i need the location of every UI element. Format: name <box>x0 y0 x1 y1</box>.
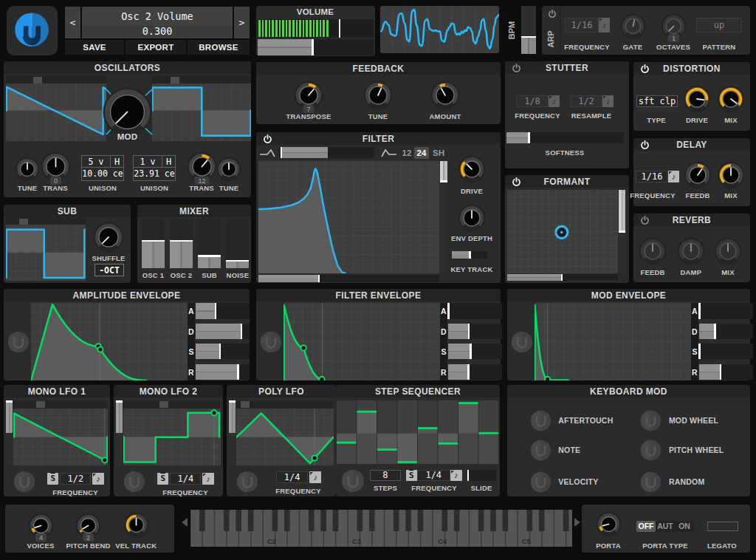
osc1-waveform-display[interactable] <box>6 83 106 141</box>
poly-lfo-frequency-note-button[interactable]: ♪ <box>309 471 321 483</box>
feedback-tune-knob[interactable] <box>362 80 394 117</box>
mixer-slider-3[interactable] <box>226 219 249 268</box>
step-sequencer-sync-button[interactable]: S <box>406 470 417 481</box>
osc2-trans-knob[interactable]: 12 <box>186 151 218 188</box>
reverb-mix-knob[interactable] <box>713 236 743 272</box>
arp-frequency-note-button[interactable]: ♪ <box>599 18 610 33</box>
power-icon[interactable] <box>263 134 272 144</box>
distortion-drive-knob[interactable] <box>682 84 712 120</box>
mod-env-s-slider[interactable] <box>699 344 753 359</box>
mod-env-mod-source-button[interactable] <box>511 331 533 353</box>
step-frequency-value[interactable]: 1/4 <box>417 470 450 481</box>
bpm-slider[interactable] <box>521 6 536 54</box>
mixer-slider-2[interactable] <box>198 219 221 268</box>
lfo2-wave-selector[interactable] <box>159 401 168 408</box>
step-sequencer-display[interactable] <box>337 400 499 464</box>
stutter-frequency-note-button[interactable]: ♪ <box>549 95 560 107</box>
stutter-resample-note-button[interactable]: ♪ <box>602 95 614 107</box>
random-mod-source-button[interactable] <box>640 471 662 493</box>
filter-12db-button[interactable]: 12 <box>399 147 414 159</box>
mod-env-a-slider[interactable] <box>699 303 753 318</box>
delay-frequency-note-button[interactable]: ♪ <box>668 171 679 182</box>
lfo2-sync-button[interactable]: S <box>157 473 168 485</box>
unison1-harmonize-button[interactable]: H <box>111 156 123 167</box>
filter-shelf-button[interactable]: SH <box>431 147 446 159</box>
lfo2-frequency-value[interactable]: 1/4 <box>170 473 201 485</box>
lfo1-frequency-note-button[interactable]: ♪ <box>92 473 103 485</box>
formant-x-slider[interactable] <box>507 274 618 281</box>
unison2-harmonize-button[interactable]: H <box>162 156 175 167</box>
filter-24db-button[interactable]: 24 <box>414 147 429 159</box>
volume-slider[interactable] <box>258 39 374 55</box>
lfo1-mod-source-button[interactable] <box>13 471 35 493</box>
legato-toggle[interactable] <box>707 522 738 532</box>
amp-env-display[interactable] <box>31 303 188 380</box>
osc2-tune-knob[interactable] <box>216 156 242 188</box>
filter-key-track-slider[interactable] <box>452 251 487 259</box>
voices-knob[interactable]: 4 <box>27 512 55 545</box>
lfo2-frequency-note-button[interactable]: ♪ <box>202 473 213 485</box>
unison1-box[interactable]: 5 vH10.00 ce <box>81 155 124 181</box>
mixer-slider-1[interactable] <box>170 219 193 268</box>
amp-env-r-slider[interactable] <box>196 364 250 380</box>
filter-env-r-slider[interactable] <box>448 364 502 380</box>
step-frequency-note-button[interactable]: ♪ <box>450 470 462 481</box>
power-icon[interactable] <box>512 177 521 187</box>
keyboard-keys[interactable]: C2C3C4C5 <box>190 510 572 547</box>
octave-up-icon[interactable] <box>574 518 580 527</box>
filter-drive-knob[interactable] <box>457 154 487 190</box>
feedback-transpose-knob[interactable]: 7 <box>293 80 324 117</box>
sub-waveform-display[interactable] <box>6 225 86 281</box>
stutter-frequency-value[interactable]: 1/8 <box>516 95 549 107</box>
delay-mix-knob[interactable] <box>716 160 746 196</box>
reverb-damp-knob[interactable] <box>676 236 706 272</box>
lfo1-frequency-value[interactable]: 1/2 <box>60 473 91 485</box>
osc1-wave-selector[interactable] <box>33 77 42 83</box>
porta-on-button[interactable]: ON <box>675 521 694 532</box>
lfo2-waveform-display[interactable] <box>123 409 221 465</box>
reverb-feedb-knob[interactable] <box>638 236 667 272</box>
mod-env-d-slider[interactable] <box>699 324 753 339</box>
porta-off-button[interactable]: OFF <box>636 521 656 532</box>
lfo2-mod-source-button[interactable] <box>123 471 145 493</box>
filter-cutoff-slider[interactable] <box>258 275 439 282</box>
poly-lfo-waveform-display[interactable] <box>236 409 334 465</box>
lfo1-sync-button[interactable]: S <box>47 473 58 485</box>
filter-blend-slider[interactable] <box>280 147 374 158</box>
arp-pattern-value[interactable]: up <box>696 18 742 33</box>
steps-value[interactable]: 8 <box>370 470 401 481</box>
save-button[interactable]: SAVE <box>65 40 124 55</box>
sub-octave-toggle[interactable]: -OCT <box>94 264 124 276</box>
prev-patch-button[interactable]: < <box>65 7 80 38</box>
osc1-trans-knob[interactable]: 0 <box>40 151 72 188</box>
amp-env-d-slider[interactable] <box>196 324 250 339</box>
mod-env-r-slider[interactable] <box>699 364 753 380</box>
osc1-tune-knob[interactable] <box>14 156 41 188</box>
next-patch-button[interactable]: > <box>234 7 250 38</box>
power-icon[interactable] <box>512 64 521 73</box>
arp-octaves-knob[interactable]: 1 <box>660 13 687 46</box>
porta-aut-button[interactable]: AUT <box>656 521 675 532</box>
amp-env-s-slider[interactable] <box>196 344 250 359</box>
pitch-wheel-mod-source-button[interactable] <box>640 440 662 461</box>
lfo1-waveform-display[interactable] <box>13 409 108 465</box>
vel-track-knob[interactable] <box>123 511 150 544</box>
poly-lfo-frequency-value[interactable]: 1/4 <box>276 471 308 483</box>
arp-gate-knob[interactable] <box>619 13 647 46</box>
amp-env-mod-source-button[interactable] <box>7 331 30 353</box>
browse-button[interactable]: BROWSE <box>188 40 250 55</box>
power-icon[interactable] <box>640 216 650 225</box>
filter-resonance-slider[interactable] <box>440 161 447 273</box>
poly-lfo-mod-source-button[interactable] <box>236 471 258 493</box>
formant-y-slider[interactable] <box>619 190 625 273</box>
velocity-mod-source-button[interactable] <box>530 471 551 493</box>
step-sequencer-mod-source-button[interactable] <box>341 469 365 493</box>
delay-feedb-knob[interactable] <box>683 160 712 196</box>
unison1-voices[interactable]: 5 v <box>82 156 111 167</box>
helm-logo-icon[interactable] <box>10 9 53 52</box>
filter-env-mod-source-button[interactable] <box>260 331 282 353</box>
mod-wheel-mod-source-button[interactable] <box>640 410 662 431</box>
power-icon[interactable] <box>640 140 650 150</box>
unison1-detune[interactable]: 10.00 ce <box>82 168 123 180</box>
feedback-amount-knob[interactable] <box>430 80 461 117</box>
